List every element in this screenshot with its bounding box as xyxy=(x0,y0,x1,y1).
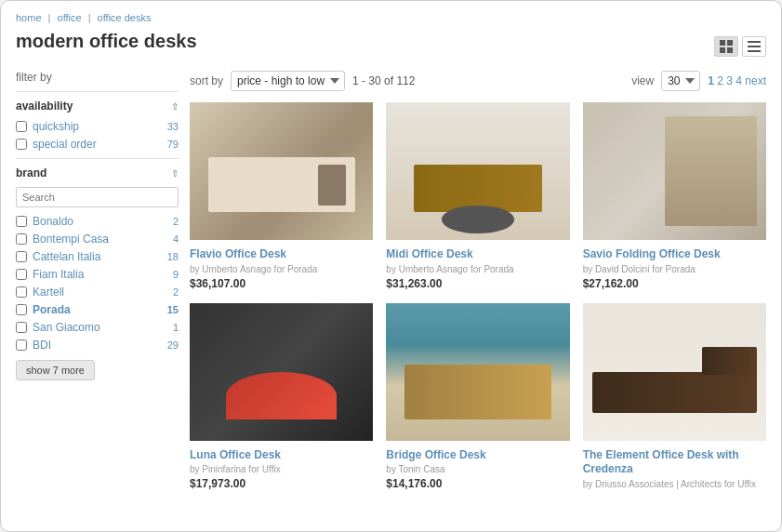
breadcrumb: home | office | office desks xyxy=(16,12,766,23)
svg-rect-6 xyxy=(748,50,761,52)
brand-bontempi-label[interactable]: Bontempi Casa xyxy=(33,233,109,246)
brand-header: brand ⇧ xyxy=(16,166,179,180)
product-image-placeholder xyxy=(386,102,569,240)
brand-item-cattelan: Cattelan Italia 18 xyxy=(16,250,179,263)
pagination-next[interactable]: next xyxy=(745,74,766,87)
brand-fiam-checkbox[interactable] xyxy=(16,269,27,280)
special-order-label[interactable]: special order xyxy=(33,138,97,151)
pagination-current: 1 xyxy=(708,74,714,87)
svg-rect-0 xyxy=(720,40,725,46)
product-price: $36,107.00 xyxy=(190,277,373,290)
sort-select[interactable]: price - high to low price - low to high … xyxy=(231,71,345,91)
product-card[interactable]: The Element Office Desk with Credenza by… xyxy=(583,303,766,492)
brand-search-input[interactable] xyxy=(16,187,179,207)
brand-porada-count: 15 xyxy=(167,304,179,315)
product-designer: by Pininfarina for Uffix xyxy=(190,464,373,474)
product-card[interactable]: Midi Office Desk by Umberto Asnago for P… xyxy=(386,102,569,290)
product-image xyxy=(190,102,373,240)
product-image xyxy=(190,303,373,441)
brand-cattelan-checkbox[interactable] xyxy=(16,251,27,262)
pagination: 1 2 3 4 next xyxy=(708,74,766,87)
view-select[interactable]: 30 60 90 xyxy=(661,71,700,91)
product-card[interactable]: Flavio Office Desk by Umberto Asnago for… xyxy=(190,102,373,290)
toolbar: sort by price - high to low price - low … xyxy=(190,71,766,91)
brand-sangiacomo-label[interactable]: San Giacomo xyxy=(33,321,100,334)
product-price: $14,176.00 xyxy=(386,477,569,490)
availability-chevron-icon[interactable]: ⇧ xyxy=(171,101,179,112)
brand-porada-checkbox[interactable] xyxy=(16,304,27,315)
sort-label: sort by xyxy=(190,74,223,87)
brand-section: brand ⇧ Bonaldo 2 Bontempi Casa xyxy=(16,158,179,380)
brand-fiam-count: 9 xyxy=(173,269,179,280)
filter-special-order: special order 79 xyxy=(16,138,179,151)
product-designer: by Umberto Asnago for Porada xyxy=(190,264,373,274)
product-image xyxy=(583,303,766,441)
view-label: view xyxy=(631,74,654,87)
brand-porada-label[interactable]: Porada xyxy=(33,303,71,316)
brand-cattelan-count: 18 xyxy=(167,251,179,262)
show-more-button[interactable]: show 7 more xyxy=(16,360,95,380)
brand-chevron-icon[interactable]: ⇧ xyxy=(171,168,179,179)
svg-rect-1 xyxy=(727,40,733,46)
special-order-checkbox[interactable] xyxy=(16,139,27,150)
brand-item-bonaldo: Bonaldo 2 xyxy=(16,215,179,228)
grid-view-button[interactable] xyxy=(714,36,738,57)
product-card[interactable]: Bridge Office Desk by Tonin Casa $14,176… xyxy=(386,303,569,492)
product-name: Savio Folding Office Desk xyxy=(583,247,766,262)
breadcrumb-home[interactable]: home xyxy=(16,12,42,23)
brand-cattelan-label[interactable]: Cattelan Italia xyxy=(33,250,100,263)
pagination-4[interactable]: 4 xyxy=(736,74,742,87)
filter-quickship: quickship 33 xyxy=(16,120,179,133)
breadcrumb-sep2: | xyxy=(88,12,91,23)
quickship-label[interactable]: quickship xyxy=(33,120,79,133)
product-card[interactable]: Luna Office Desk by Pininfarina for Uffi… xyxy=(190,303,373,492)
breadcrumb-sep1: | xyxy=(48,12,51,23)
content-area: sort by price - high to low price - low … xyxy=(190,71,766,492)
breadcrumb-current[interactable]: office desks xyxy=(98,12,152,23)
view-icons xyxy=(714,36,766,57)
product-name: Midi Office Desk xyxy=(386,247,569,262)
brand-sangiacomo-checkbox[interactable] xyxy=(16,322,27,333)
brand-fiam-label[interactable]: Fiam Italia xyxy=(33,268,84,281)
page-frame: home | office | office desks modern offi… xyxy=(0,0,782,532)
product-card[interactable]: Savio Folding Office Desk by David Dolci… xyxy=(583,102,766,290)
pagination-2[interactable]: 2 xyxy=(717,74,723,87)
brand-kartell-checkbox[interactable] xyxy=(16,286,27,298)
page-title: modern office desks xyxy=(16,31,197,52)
brand-bonaldo-checkbox[interactable] xyxy=(16,216,27,227)
svg-rect-2 xyxy=(720,47,725,53)
special-order-count: 79 xyxy=(167,139,179,150)
quickship-checkbox[interactable] xyxy=(16,121,27,132)
product-image xyxy=(386,102,569,240)
product-price: $27,162.00 xyxy=(583,277,766,290)
brand-bdi-checkbox[interactable] xyxy=(16,339,27,351)
product-name: Flavio Office Desk xyxy=(190,247,373,262)
brand-title: brand xyxy=(16,166,46,180)
availability-title: availability xyxy=(16,100,73,113)
svg-rect-3 xyxy=(727,47,733,53)
brand-item-bdi: BDI 29 xyxy=(16,339,179,352)
product-name: Bridge Office Desk xyxy=(386,448,569,463)
brand-sangiacomo-count: 1 xyxy=(173,322,179,333)
results-count: 1 - 30 of 112 xyxy=(352,74,415,87)
product-image-placeholder xyxy=(386,303,569,441)
brand-kartell-label[interactable]: Kartell xyxy=(33,286,64,299)
brand-item-porada: Porada 15 xyxy=(16,303,179,316)
brand-bonaldo-label[interactable]: Bonaldo xyxy=(33,215,73,228)
breadcrumb-office[interactable]: office xyxy=(58,12,82,23)
brand-bdi-label[interactable]: BDI xyxy=(33,339,51,352)
brand-item-sangiacomo: San Giacomo 1 xyxy=(16,321,179,334)
brand-bontempi-checkbox[interactable] xyxy=(16,233,27,245)
product-designer: by David Dolcini for Porada xyxy=(583,264,766,274)
brand-kartell-count: 2 xyxy=(173,286,179,298)
list-view-button[interactable] xyxy=(742,36,766,57)
product-image-placeholder xyxy=(583,303,766,441)
product-image xyxy=(583,102,766,240)
product-image-placeholder xyxy=(583,102,766,240)
product-image-placeholder xyxy=(190,303,373,441)
pagination-3[interactable]: 3 xyxy=(726,74,733,87)
product-name: The Element Office Desk with Credenza xyxy=(583,448,766,477)
product-price: $31,263.00 xyxy=(386,277,569,290)
sidebar: filter by availability ⇧ quickship 33 xyxy=(16,71,179,492)
product-image xyxy=(386,303,569,441)
